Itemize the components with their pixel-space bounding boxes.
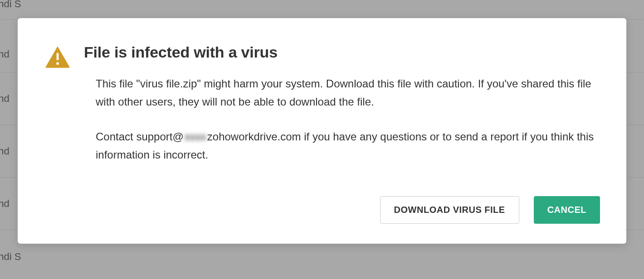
- dialog-message-2: Contact support@xxxxzohoworkdrive.com if…: [96, 128, 600, 164]
- svg-rect-0: [57, 53, 59, 61]
- dialog-body: This file "virus file.zip" might harm yo…: [96, 75, 600, 164]
- dialog-footer: DOWNLOAD VIRUS FILE CANCEL: [44, 196, 600, 224]
- download-virus-file-button[interactable]: DOWNLOAD VIRUS FILE: [380, 196, 519, 224]
- support-blurred: xxxx: [184, 128, 207, 146]
- svg-point-1: [56, 62, 59, 65]
- warning-icon: [44, 45, 71, 69]
- cancel-button[interactable]: CANCEL: [534, 196, 600, 224]
- dialog-header: File is infected with a virus: [44, 43, 600, 71]
- support-prefix: Contact support@: [96, 130, 184, 143]
- modal-overlay: File is infected with a virus This file …: [0, 0, 644, 279]
- dialog-message-1: This file "virus file.zip" might harm yo…: [96, 75, 600, 111]
- virus-warning-dialog: File is infected with a virus This file …: [18, 18, 626, 244]
- dialog-title: File is infected with a virus: [84, 43, 278, 61]
